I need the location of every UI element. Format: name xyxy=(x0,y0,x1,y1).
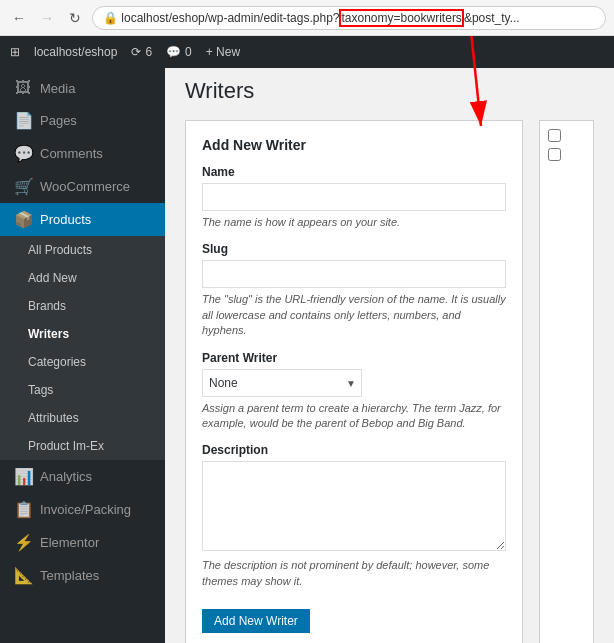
sidebar-item-label: Comments xyxy=(40,146,103,161)
slug-field: Slug The "slug" is the URL-friendly vers… xyxy=(202,242,506,338)
wp-admin-body: 🖼 Media 📄 Pages 💬 Comments 🛒 WooCommerce… xyxy=(0,36,614,643)
sidebar-item-label: Media xyxy=(40,81,75,96)
description-field: Description The description is not promi… xyxy=(202,443,506,589)
sidebar-item-writers[interactable]: Writers xyxy=(0,320,165,348)
sidebar-item-label: Pages xyxy=(40,113,77,128)
sidebar-item-label: Elementor xyxy=(40,535,99,550)
product-im-ex-label: Product Im-Ex xyxy=(28,439,104,453)
products-submenu: All Products Add New Brands Writers Cate… xyxy=(0,236,165,460)
bulk-checkbox-1[interactable] xyxy=(548,129,561,142)
comments-icon: 💬 xyxy=(166,45,181,59)
media-icon: 🖼 xyxy=(14,79,32,97)
attributes-label: Attributes xyxy=(28,411,79,425)
site-label: localhost/eshop xyxy=(34,45,117,59)
description-label: Description xyxy=(202,443,506,457)
bulk-row-2 xyxy=(548,148,585,161)
name-hint: The name is how it appears on your site. xyxy=(202,215,506,230)
add-new-writer-panel: Add New Writer Name The name is how it a… xyxy=(185,120,523,643)
url-prefix: localhost/eshop/wp-admin/edit-tags.php? xyxy=(121,11,339,25)
parent-field: Parent Writer None ▼ Assign a parent ter… xyxy=(202,351,506,432)
wp-layout: ⊞ localhost/eshop ⟳ 6 💬 0 + New 🖼 Media … xyxy=(0,36,614,643)
slug-input[interactable] xyxy=(202,260,506,288)
add-new-writer-button[interactable]: Add New Writer xyxy=(202,609,310,633)
sidebar-item-label: WooCommerce xyxy=(40,179,130,194)
sidebar-item-invoice[interactable]: 📋 Invoice/Packing xyxy=(0,493,165,526)
all-products-label: All Products xyxy=(28,243,92,257)
sidebar-item-media[interactable]: 🖼 Media xyxy=(0,72,165,104)
categories-label: Categories xyxy=(28,355,86,369)
sidebar-item-attributes[interactable]: Attributes xyxy=(0,404,165,432)
brands-label: Brands xyxy=(28,299,66,313)
sidebar: 🖼 Media 📄 Pages 💬 Comments 🛒 WooCommerce… xyxy=(0,36,165,643)
sidebar-item-label: Templates xyxy=(40,568,99,583)
back-button[interactable]: ← xyxy=(8,7,30,29)
bulk-row-1 xyxy=(548,129,585,142)
writers-label: Writers xyxy=(28,327,69,341)
page-title: Writers xyxy=(185,78,594,104)
sidebar-item-analytics[interactable]: 📊 Analytics xyxy=(0,460,165,493)
sidebar-item-all-products[interactable]: All Products xyxy=(0,236,165,264)
url-highlight: taxonomy=bookwriters xyxy=(339,9,463,27)
slug-label: Slug xyxy=(202,242,506,256)
main-content: Writers xyxy=(165,36,614,643)
sidebar-item-pages[interactable]: 📄 Pages xyxy=(0,104,165,137)
parent-label: Parent Writer xyxy=(202,351,506,365)
pages-icon: 📄 xyxy=(14,111,32,130)
sidebar-item-templates[interactable]: 📐 Templates xyxy=(0,559,165,592)
forward-button[interactable]: → xyxy=(36,7,58,29)
parent-select[interactable]: None xyxy=(202,369,362,397)
wp-logo[interactable]: ⊞ xyxy=(10,45,20,59)
sidebar-item-comments[interactable]: 💬 Comments xyxy=(0,137,165,170)
name-field: Name The name is how it appears on your … xyxy=(202,165,506,230)
woocommerce-icon: 🛒 xyxy=(14,177,32,196)
name-label: Name xyxy=(202,165,506,179)
sidebar-item-label: Analytics xyxy=(40,469,92,484)
comments-menu-icon: 💬 xyxy=(14,144,32,163)
invoice-icon: 📋 xyxy=(14,500,32,519)
parent-select-wrap: None ▼ xyxy=(202,369,362,397)
url-suffix: &post_ty... xyxy=(464,11,520,25)
products-icon: 📦 xyxy=(14,210,32,229)
slug-hint: The "slug" is the URL-friendly version o… xyxy=(202,292,506,338)
sidebar-item-label: Invoice/Packing xyxy=(40,502,131,517)
admin-bar: ⊞ localhost/eshop ⟳ 6 💬 0 + New xyxy=(0,36,614,68)
name-input[interactable] xyxy=(202,183,506,211)
sidebar-item-label: Products xyxy=(40,212,91,227)
templates-icon: 📐 xyxy=(14,566,32,585)
updates-link[interactable]: ⟳ 6 xyxy=(131,45,152,59)
sidebar-item-brands[interactable]: Brands xyxy=(0,292,165,320)
comments-link[interactable]: 💬 0 xyxy=(166,45,192,59)
analytics-icon: 📊 xyxy=(14,467,32,486)
description-hint: The description is not prominent by defa… xyxy=(202,558,506,589)
sidebar-item-product-im-ex[interactable]: Product Im-Ex xyxy=(0,432,165,460)
tags-label: Tags xyxy=(28,383,53,397)
sidebar-item-categories[interactable]: Categories xyxy=(0,348,165,376)
sidebar-item-products[interactable]: 📦 Products xyxy=(0,203,165,236)
sidebar-item-elementor[interactable]: ⚡ Elementor xyxy=(0,526,165,559)
elementor-icon: ⚡ xyxy=(14,533,32,552)
sidebar-item-add-new[interactable]: Add New xyxy=(0,264,165,292)
add-new-label: Add New xyxy=(28,271,77,285)
content-wrap: Add New Writer Name The name is how it a… xyxy=(185,120,594,643)
form-title: Add New Writer xyxy=(202,137,506,153)
updates-icon: ⟳ xyxy=(131,45,141,59)
parent-hint: Assign a parent term to create a hierarc… xyxy=(202,401,506,432)
content-inner: Writers xyxy=(165,68,614,643)
address-bar[interactable]: 🔒 localhost/eshop/wp-admin/edit-tags.php… xyxy=(92,6,606,30)
new-link[interactable]: + New xyxy=(206,45,240,59)
sidebar-item-tags[interactable]: Tags xyxy=(0,376,165,404)
description-input[interactable] xyxy=(202,461,506,551)
sidebar-item-woocommerce[interactable]: 🛒 WooCommerce xyxy=(0,170,165,203)
bulk-checkbox-2[interactable] xyxy=(548,148,561,161)
sidebar-main-section: 🖼 Media 📄 Pages 💬 Comments 🛒 WooCommerce… xyxy=(0,68,165,596)
browser-toolbar: ← → ↻ 🔒 localhost/eshop/wp-admin/edit-ta… xyxy=(0,0,614,36)
refresh-button[interactable]: ↻ xyxy=(64,7,86,29)
bulk-panel xyxy=(539,120,594,643)
site-link[interactable]: localhost/eshop xyxy=(34,45,117,59)
